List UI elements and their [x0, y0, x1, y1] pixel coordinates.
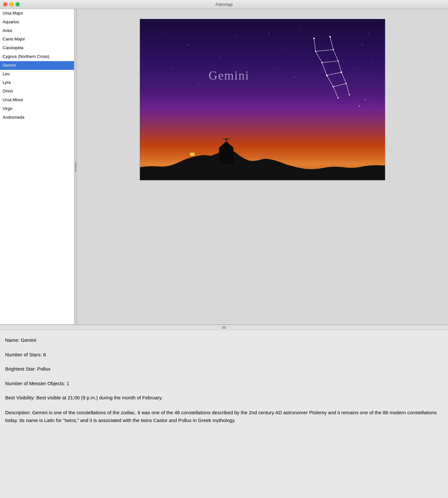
- svg-point-40: [294, 77, 295, 77]
- list-item[interactable]: Aries: [0, 27, 74, 35]
- svg-point-18: [333, 86, 334, 87]
- info-brightest-row: Brightest Star: Pollux: [5, 365, 443, 373]
- svg-point-14: [313, 38, 315, 39]
- svg-line-5: [330, 37, 333, 50]
- list-item[interactable]: Gemini: [0, 61, 74, 70]
- image-pane: Gemini: [77, 9, 448, 324]
- svg-point-38: [198, 83, 198, 84]
- svg-point-23: [341, 71, 342, 73]
- svg-point-19: [337, 97, 339, 99]
- svg-marker-46: [219, 141, 233, 148]
- svg-point-36: [220, 57, 221, 58]
- svg-line-7: [338, 61, 341, 72]
- list-item[interactable]: Cassiopeia: [0, 44, 74, 52]
- list-item[interactable]: Virgo: [0, 104, 74, 113]
- svg-point-27: [365, 99, 366, 100]
- info-visibility-label: Best Visibility:: [5, 395, 36, 400]
- svg-point-21: [333, 49, 334, 50]
- info-brightest-value: Pollux: [37, 366, 50, 372]
- app-title: AstroApp: [215, 2, 232, 7]
- svg-point-22: [337, 60, 339, 61]
- svg-line-0: [314, 38, 315, 51]
- svg-line-12: [327, 72, 341, 75]
- horizontal-scrollbar[interactable]: [0, 325, 448, 330]
- main-area: Ursa MajorAquariusAriesCanis MajorCassio…: [0, 9, 448, 498]
- info-description-value: Gemini is one of the constellations of t…: [5, 410, 437, 423]
- svg-point-24: [346, 83, 347, 84]
- hill-silhouette: [140, 138, 385, 180]
- info-messier-value: 1: [67, 381, 69, 386]
- list-item[interactable]: Leo: [0, 70, 74, 79]
- info-stars-value: 8: [43, 352, 46, 357]
- info-brightest-label: Brightest Star:: [5, 366, 37, 372]
- svg-rect-45: [219, 148, 233, 164]
- info-messier-label: Number of Messier Objects:: [5, 381, 67, 386]
- titlebar: AstroApp: [0, 0, 448, 9]
- splitter-handle[interactable]: [74, 9, 77, 324]
- svg-point-34: [301, 30, 302, 31]
- svg-line-8: [341, 72, 346, 83]
- maximize-button[interactable]: [16, 2, 20, 6]
- svg-point-32: [269, 33, 269, 34]
- top-pane: Ursa MajorAquariusAriesCanis MajorCassio…: [0, 9, 448, 325]
- svg-point-15: [315, 51, 316, 52]
- svg-point-37: [172, 67, 173, 68]
- info-visibility-value: Best visible at 21:00 (9 p.m.) during th…: [36, 395, 163, 400]
- list-item[interactable]: Cygnus (Northern Cross): [0, 52, 74, 61]
- constellation-name-label: Gemini: [208, 68, 249, 82]
- constellation-list[interactable]: Ursa MajorAquariusAriesCanis MajorCassio…: [0, 9, 74, 324]
- list-item[interactable]: Orion: [0, 87, 74, 96]
- svg-point-39: [275, 67, 276, 68]
- list-item[interactable]: Lyra: [0, 78, 74, 87]
- list-item[interactable]: Andromeda: [0, 113, 74, 122]
- svg-point-26: [358, 105, 359, 106]
- svg-line-2: [322, 62, 327, 75]
- list-item[interactable]: Aquarius: [0, 18, 74, 27]
- svg-line-11: [322, 61, 338, 62]
- svg-point-41: [362, 44, 363, 45]
- list-item[interactable]: Canis Major: [0, 35, 74, 44]
- info-description-label: Description:: [5, 410, 31, 415]
- close-button[interactable]: [3, 2, 7, 6]
- svg-point-42: [372, 61, 372, 61]
- svg-point-35: [252, 54, 253, 55]
- info-stars-label: Number of Stars:: [5, 352, 43, 357]
- svg-line-1: [315, 51, 322, 63]
- info-messier-row: Number of Messier Objects: 1: [5, 380, 443, 387]
- svg-point-31: [236, 37, 237, 37]
- svg-point-16: [321, 62, 323, 63]
- svg-point-43: [368, 33, 369, 34]
- minimize-button[interactable]: [9, 2, 14, 6]
- svg-line-9: [346, 83, 349, 95]
- list-item[interactable]: Ursa Major: [0, 9, 74, 18]
- window-controls: [3, 2, 20, 6]
- info-name-label: Name:: [5, 337, 21, 343]
- svg-point-29: [188, 44, 189, 45]
- info-visibility-row: Best Visibility: Best visible at 21:00 (…: [5, 394, 443, 402]
- svg-point-33: [285, 48, 285, 49]
- svg-line-13: [333, 83, 346, 87]
- info-name-row: Name: Gemini: [5, 337, 443, 344]
- svg-line-10: [315, 50, 333, 51]
- list-item[interactable]: Ursa Minor: [0, 96, 74, 104]
- splitter-grip: [75, 162, 76, 172]
- constellation-image: Gemini: [140, 19, 385, 180]
- svg-line-6: [333, 50, 338, 61]
- info-name-value: Gemini: [21, 337, 36, 343]
- svg-line-3: [327, 75, 333, 87]
- info-pane: Name: Gemini Number of Stars: 8 Brightes…: [0, 330, 448, 498]
- building-light: [190, 153, 195, 156]
- svg-line-4: [333, 87, 338, 98]
- svg-point-28: [165, 32, 166, 32]
- svg-point-20: [329, 36, 331, 38]
- svg-point-25: [349, 94, 350, 95]
- info-description-row: Description: Gemini is one of the conste…: [5, 409, 443, 424]
- h-scroll-thumb[interactable]: [222, 326, 226, 329]
- svg-point-30: [204, 28, 205, 29]
- svg-point-44: [352, 67, 353, 68]
- svg-point-17: [326, 75, 328, 76]
- info-stars-row: Number of Stars: 8: [5, 351, 443, 359]
